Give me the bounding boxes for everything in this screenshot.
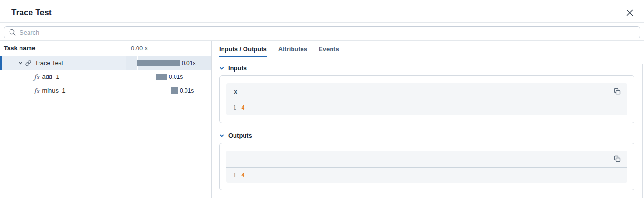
section-outputs: Outputs [219,132,634,190]
io-var-name: x [234,88,237,95]
detail-tabs: Inputs / Outputs Attributes Events [212,41,644,57]
task-timeline-cell: 0.01s [126,56,211,70]
task-row-minus-1[interactable]: ƒx minus_1 0.01s [0,84,211,97]
chevron-down-icon[interactable] [18,61,23,66]
inputs-card: x [219,75,634,123]
tab-events[interactable]: Events [319,41,339,57]
outputs-section-header[interactable]: Outputs [219,132,634,139]
task-name-cell: ƒx add_1 [0,70,126,84]
close-button[interactable] [624,7,635,19]
copy-button[interactable] [611,86,623,97]
section-title: Outputs [228,132,252,139]
section-title: Inputs [228,65,247,72]
selection-indicator [0,56,2,70]
io-block-header [226,151,627,168]
tab-inputs-outputs[interactable]: Inputs / Outputs [219,41,267,57]
detail-panel: Inputs / Outputs Attributes Events Input… [211,41,644,198]
task-timeline-cell: 0.01s [126,84,211,97]
duration-bar[interactable] [156,74,167,80]
line-number: 1 [233,172,236,179]
duration-label: 0.01s [169,74,183,80]
outputs-card: 1 4 [219,143,634,190]
task-list-header: Task name 0.00 s [0,41,211,56]
function-icon: ƒx [34,87,39,94]
io-block: 1 4 [226,151,627,183]
task-timeline-panel: Task name 0.00 s [0,41,211,198]
io-value: 4 [241,104,244,111]
task-name-column-header: Task name [4,45,35,52]
time-axis-label: 0.00 s [131,45,147,52]
task-row-add-1[interactable]: ƒx add_1 0.01s [0,70,211,84]
page-title: Trace Test [11,8,52,18]
tab-content: Inputs x [212,57,644,190]
task-label: Trace Test [35,59,63,66]
main-area: Task name 0.00 s [0,40,644,198]
link-icon [25,60,31,66]
duration-label: 0.01s [180,87,194,94]
panel-right-border [642,64,643,198]
io-code-line: 1 4 [226,100,627,115]
io-block-header: x [226,83,627,100]
search-icon [9,29,16,36]
task-label: minus_1 [42,87,65,94]
line-number: 1 [233,104,236,111]
io-code-line: 1 4 [226,168,627,183]
task-timeline-cell: 0.01s [126,70,211,84]
io-value: 4 [241,172,244,179]
duration-label: 0.01s [182,60,195,66]
tab-attributes[interactable]: Attributes [278,41,307,57]
function-icon: ƒx [34,74,39,80]
chevron-down-icon [219,66,224,71]
chevron-down-icon [219,133,224,138]
task-name-cell: ƒx minus_1 [0,84,126,97]
io-block: x [226,83,627,115]
copy-button[interactable] [611,153,623,165]
task-row-trace-test[interactable]: Trace Test 0.01s [0,56,211,70]
title-bar: Trace Test [0,0,644,23]
task-name-cell: Trace Test [0,56,126,70]
duration-bar[interactable] [137,60,180,66]
duration-bar[interactable] [171,87,178,94]
trace-detail-panel: Trace Test Task name 0.00 s [0,0,644,198]
search-box[interactable] [4,26,640,38]
section-inputs: Inputs x [219,65,634,123]
close-icon [626,9,634,17]
copy-icon [614,88,621,95]
task-label: add_1 [42,73,59,80]
copy-icon [614,155,621,162]
search-input[interactable] [20,29,640,36]
inputs-section-header[interactable]: Inputs [219,65,634,72]
